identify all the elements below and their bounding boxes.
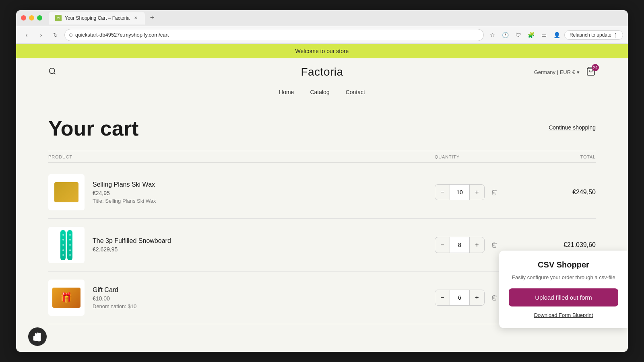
item-total: €249,50 bbox=[515, 189, 596, 196]
store-nav: Home Catalog Contact bbox=[16, 86, 628, 102]
quantity-decrease-button[interactable]: − bbox=[435, 185, 450, 200]
nav-home[interactable]: Home bbox=[279, 89, 294, 95]
toolbar-right-icons: ☆ 🕐 🛡 🧩 ▭ 👤 Relaunch to update ⋮ bbox=[487, 29, 623, 41]
svg-point-0 bbox=[50, 68, 55, 73]
item-details: Selling Plans Ski Wax €24,95 Title: Sell… bbox=[93, 181, 156, 204]
relaunch-label: Relaunch to update bbox=[570, 32, 611, 38]
quantity-wrapper: − + bbox=[435, 184, 485, 200]
tab-close-button[interactable]: ✕ bbox=[133, 15, 138, 21]
item-name[interactable]: Gift Card bbox=[93, 286, 136, 294]
delete-item-button[interactable] bbox=[491, 189, 497, 195]
traffic-lights bbox=[21, 15, 42, 21]
relaunch-button[interactable]: Relaunch to update ⋮ bbox=[564, 30, 623, 40]
download-blueprint-link[interactable]: Download Form Blueprint bbox=[534, 312, 593, 318]
close-button[interactable] bbox=[21, 15, 26, 21]
tab-title: Your Shopping Cart – Factoria bbox=[65, 15, 130, 21]
header-left bbox=[48, 67, 56, 77]
delete-item-button[interactable] bbox=[491, 294, 497, 301]
cart-header-row: Your cart Continue shopping bbox=[48, 118, 596, 139]
snowboard-graphic bbox=[60, 230, 72, 260]
item-variant: Title: Selling Plans Ski Wax bbox=[93, 198, 156, 204]
search-button[interactable] bbox=[48, 67, 56, 77]
cart-icon-button[interactable]: 24 bbox=[586, 66, 596, 78]
cart-table-header: PRODUCT QUANTITY TOTAL bbox=[48, 151, 596, 163]
item-info: 🎁 Gift Card €10,00 Denomination: $10 bbox=[48, 280, 435, 316]
ski-wax-graphic bbox=[54, 182, 78, 202]
quantity-increase-button[interactable]: + bbox=[470, 185, 484, 200]
item-variant: Denomination: $10 bbox=[93, 303, 136, 309]
shield-icon[interactable]: 🛡 bbox=[513, 29, 524, 41]
back-button[interactable]: ‹ bbox=[21, 29, 32, 41]
page-content: Welcome to our store Factoria Germany | … bbox=[16, 44, 628, 352]
delete-item-button[interactable] bbox=[491, 242, 497, 248]
item-price: €2.629,95 bbox=[93, 246, 171, 253]
address-text: quickstart-db49527e.myshopify.com/cart bbox=[75, 32, 479, 38]
reload-button[interactable]: ↻ bbox=[50, 29, 61, 41]
address-bar[interactable]: ⊙ quickstart-db49527e.myshopify.com/cart bbox=[64, 29, 484, 41]
address-security-icon: ⊙ bbox=[69, 32, 73, 38]
relaunch-menu-icon: ⋮ bbox=[613, 32, 618, 38]
item-name[interactable]: The 3p Fulfilled Snowboard bbox=[93, 237, 171, 245]
continue-shopping-link[interactable]: Continue shopping bbox=[549, 124, 596, 131]
quantity-decrease-button[interactable]: − bbox=[435, 290, 450, 305]
shopify-badge[interactable] bbox=[28, 327, 47, 346]
store-name: Factoria bbox=[301, 66, 343, 78]
quantity-input[interactable] bbox=[450, 237, 470, 253]
item-image-snowboard bbox=[48, 227, 85, 263]
cart-page: Your cart Continue shopping PRODUCT QUAN… bbox=[16, 102, 628, 324]
col-total: TOTAL bbox=[515, 154, 596, 159]
csv-popup-description: Easily configure your order through a cs… bbox=[509, 274, 618, 282]
quantity-wrapper: − + bbox=[435, 237, 485, 253]
quantity-control: − + bbox=[435, 184, 515, 200]
item-info: Selling Plans Ski Wax €24,95 Title: Sell… bbox=[48, 174, 435, 210]
gift-card-graphic: 🎁 bbox=[52, 288, 80, 308]
quantity-input[interactable] bbox=[450, 290, 470, 305]
item-info: The 3p Fulfilled Snowboard €2.629,95 bbox=[48, 227, 435, 263]
item-details: The 3p Fulfilled Snowboard €2.629,95 bbox=[93, 237, 171, 253]
forward-button[interactable]: › bbox=[35, 29, 47, 41]
currency-text: Germany | EUR € bbox=[534, 69, 575, 75]
item-name[interactable]: Selling Plans Ski Wax bbox=[93, 181, 156, 188]
bookmark-icon[interactable]: ☆ bbox=[487, 29, 498, 41]
quantity-increase-button[interactable]: + bbox=[470, 237, 484, 253]
quantity-wrapper: − + bbox=[435, 290, 485, 306]
extensions-icon[interactable]: 🧩 bbox=[526, 29, 537, 41]
browser-titlebar: 🛍 Your Shopping Cart – Factoria ✕ + bbox=[16, 10, 628, 26]
welcome-text: Welcome to our store bbox=[295, 48, 349, 54]
item-details: Gift Card €10,00 Denomination: $10 bbox=[93, 286, 136, 309]
cart-title: Your cart bbox=[48, 118, 138, 139]
profile-icon[interactable]: 👤 bbox=[551, 29, 563, 41]
welcome-banner: Welcome to our store bbox=[16, 44, 628, 58]
quantity-decrease-button[interactable]: − bbox=[435, 237, 450, 253]
item-price: €10,00 bbox=[93, 295, 136, 302]
tab-favicon: 🛍 bbox=[55, 15, 62, 21]
cart-item: Selling Plans Ski Wax €24,95 Title: Sell… bbox=[48, 166, 596, 219]
csv-shopper-popup: CSV Shopper Easily configure your order … bbox=[499, 251, 628, 329]
svg-line-1 bbox=[54, 72, 56, 74]
item-total: €21.039,60 bbox=[515, 241, 596, 249]
cart-badge: 24 bbox=[592, 64, 599, 71]
minimize-button[interactable] bbox=[29, 15, 34, 21]
store-header: Factoria Germany | EUR € ▾ 24 bbox=[16, 58, 628, 86]
upload-form-button[interactable]: Upload filled out form bbox=[509, 288, 618, 306]
header-right: Germany | EUR € ▾ 24 bbox=[534, 66, 596, 78]
new-tab-button[interactable]: + bbox=[147, 12, 158, 24]
tab-bar: 🛍 Your Shopping Cart – Factoria ✕ + bbox=[49, 12, 623, 25]
item-image-ski-wax bbox=[48, 174, 85, 210]
csv-popup-title: CSV Shopper bbox=[509, 260, 618, 269]
currency-selector[interactable]: Germany | EUR € ▾ bbox=[534, 69, 580, 75]
browser-toolbar: ‹ › ↻ ⊙ quickstart-db49527e.myshopify.co… bbox=[16, 26, 628, 44]
quantity-increase-button[interactable]: + bbox=[470, 290, 484, 305]
currency-chevron-icon: ▾ bbox=[577, 69, 580, 75]
history-icon[interactable]: 🕐 bbox=[500, 29, 511, 41]
nav-catalog[interactable]: Catalog bbox=[310, 89, 329, 95]
sidebar-icon[interactable]: ▭ bbox=[539, 29, 550, 41]
quantity-input[interactable] bbox=[450, 185, 470, 200]
nav-contact[interactable]: Contact bbox=[346, 89, 365, 95]
active-tab[interactable]: 🛍 Your Shopping Cart – Factoria ✕ bbox=[49, 12, 145, 25]
item-price: €24,95 bbox=[93, 190, 156, 196]
col-quantity: QUANTITY bbox=[435, 154, 515, 159]
item-image-gift-card: 🎁 bbox=[48, 280, 85, 316]
maximize-button[interactable] bbox=[37, 15, 42, 21]
col-product: PRODUCT bbox=[48, 154, 435, 159]
